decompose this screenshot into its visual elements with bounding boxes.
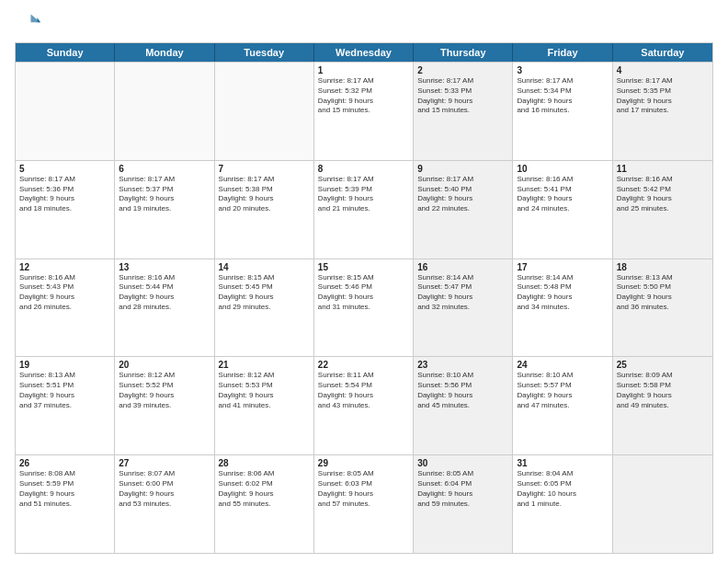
- calendar-row-4: 26Sunrise: 8:08 AM Sunset: 5:59 PM Dayli…: [16, 454, 712, 553]
- day-info: Sunrise: 8:14 AM Sunset: 5:48 PM Dayligh…: [517, 273, 608, 313]
- day-number: 10: [517, 164, 608, 174]
- day-number: 14: [219, 262, 310, 272]
- day-info: Sunrise: 8:14 AM Sunset: 5:47 PM Dayligh…: [417, 273, 508, 313]
- empty-cell-0-2: [215, 63, 314, 160]
- day-info: Sunrise: 8:17 AM Sunset: 5:36 PM Dayligh…: [19, 175, 110, 214]
- weekday-header-friday: Friday: [513, 43, 612, 62]
- day-cell-12: 12Sunrise: 8:16 AM Sunset: 5:43 PM Dayli…: [16, 259, 115, 357]
- calendar-header: SundayMondayTuesdayWednesdayThursdayFrid…: [16, 43, 712, 62]
- day-info: Sunrise: 8:15 AM Sunset: 5:45 PM Dayligh…: [219, 273, 310, 313]
- day-cell-28: 28Sunrise: 8:06 AM Sunset: 6:02 PM Dayli…: [215, 455, 314, 553]
- day-number: 29: [318, 458, 409, 468]
- day-number: 9: [417, 164, 508, 174]
- day-info: Sunrise: 8:17 AM Sunset: 5:39 PM Dayligh…: [318, 175, 409, 214]
- day-info: Sunrise: 8:09 AM Sunset: 5:58 PM Dayligh…: [617, 371, 709, 410]
- day-number: 13: [119, 262, 210, 272]
- calendar-row-3: 19Sunrise: 8:13 AM Sunset: 5:51 PM Dayli…: [16, 356, 712, 454]
- day-cell-14: 14Sunrise: 8:15 AM Sunset: 5:45 PM Dayli…: [215, 259, 314, 357]
- day-cell-4: 4Sunrise: 8:17 AM Sunset: 5:35 PM Daylig…: [613, 63, 712, 160]
- weekday-header-tuesday: Tuesday: [215, 43, 314, 62]
- calendar: SundayMondayTuesdayWednesdayThursdayFrid…: [15, 42, 713, 554]
- day-cell-30: 30Sunrise: 8:05 AM Sunset: 6:04 PM Dayli…: [414, 455, 513, 553]
- calendar-row-1: 5Sunrise: 8:17 AM Sunset: 5:36 PM Daylig…: [16, 160, 712, 259]
- day-cell-19: 19Sunrise: 8:13 AM Sunset: 5:51 PM Dayli…: [16, 357, 115, 454]
- empty-cell-0-1: [115, 63, 214, 160]
- day-cell-8: 8Sunrise: 8:17 AM Sunset: 5:39 PM Daylig…: [314, 161, 414, 259]
- day-info: Sunrise: 8:17 AM Sunset: 5:33 PM Dayligh…: [417, 76, 508, 116]
- day-number: 8: [318, 164, 409, 174]
- calendar-row-2: 12Sunrise: 8:16 AM Sunset: 5:43 PM Dayli…: [16, 259, 712, 357]
- day-number: 7: [219, 164, 310, 174]
- day-number: 4: [617, 65, 709, 75]
- day-number: 1: [318, 65, 409, 75]
- day-cell-26: 26Sunrise: 8:08 AM Sunset: 5:59 PM Dayli…: [16, 455, 115, 553]
- weekday-header-monday: Monday: [115, 43, 214, 62]
- day-info: Sunrise: 8:16 AM Sunset: 5:44 PM Dayligh…: [119, 273, 210, 313]
- day-info: Sunrise: 8:07 AM Sunset: 6:00 PM Dayligh…: [119, 469, 210, 509]
- day-cell-13: 13Sunrise: 8:16 AM Sunset: 5:44 PM Dayli…: [115, 259, 214, 357]
- page: SundayMondayTuesdayWednesdayThursdayFrid…: [0, 0, 728, 563]
- day-info: Sunrise: 8:05 AM Sunset: 6:04 PM Dayligh…: [417, 469, 508, 509]
- day-info: Sunrise: 8:12 AM Sunset: 5:53 PM Dayligh…: [219, 371, 310, 410]
- day-number: 24: [517, 360, 608, 370]
- day-number: 25: [617, 360, 709, 370]
- calendar-body: 1Sunrise: 8:17 AM Sunset: 5:32 PM Daylig…: [16, 62, 712, 553]
- calendar-row-0: 1Sunrise: 8:17 AM Sunset: 5:32 PM Daylig…: [16, 62, 712, 160]
- day-number: 5: [19, 164, 110, 174]
- day-cell-27: 27Sunrise: 8:07 AM Sunset: 6:00 PM Dayli…: [115, 455, 214, 553]
- day-info: Sunrise: 8:17 AM Sunset: 5:37 PM Dayligh…: [119, 175, 210, 214]
- day-number: 11: [617, 164, 709, 174]
- day-number: 22: [318, 360, 409, 370]
- day-info: Sunrise: 8:17 AM Sunset: 5:32 PM Dayligh…: [318, 76, 409, 116]
- day-cell-11: 11Sunrise: 8:16 AM Sunset: 5:42 PM Dayli…: [613, 161, 712, 259]
- day-info: Sunrise: 8:17 AM Sunset: 5:40 PM Dayligh…: [417, 175, 508, 214]
- day-cell-23: 23Sunrise: 8:10 AM Sunset: 5:56 PM Dayli…: [414, 357, 513, 454]
- day-info: Sunrise: 8:08 AM Sunset: 5:59 PM Dayligh…: [19, 469, 110, 509]
- day-number: 26: [19, 458, 110, 468]
- day-cell-5: 5Sunrise: 8:17 AM Sunset: 5:36 PM Daylig…: [16, 161, 115, 259]
- day-number: 23: [417, 360, 508, 370]
- day-info: Sunrise: 8:16 AM Sunset: 5:43 PM Dayligh…: [19, 273, 110, 313]
- day-info: Sunrise: 8:12 AM Sunset: 5:52 PM Dayligh…: [119, 371, 210, 410]
- logo: [15, 11, 44, 37]
- day-info: Sunrise: 8:16 AM Sunset: 5:41 PM Dayligh…: [517, 175, 608, 214]
- day-cell-18: 18Sunrise: 8:13 AM Sunset: 5:50 PM Dayli…: [613, 259, 712, 357]
- day-cell-16: 16Sunrise: 8:14 AM Sunset: 5:47 PM Dayli…: [414, 259, 513, 357]
- day-cell-24: 24Sunrise: 8:10 AM Sunset: 5:57 PM Dayli…: [513, 357, 612, 454]
- weekday-header-thursday: Thursday: [414, 43, 513, 62]
- day-number: 20: [119, 360, 210, 370]
- day-number: 21: [219, 360, 310, 370]
- day-info: Sunrise: 8:04 AM Sunset: 6:05 PM Dayligh…: [517, 469, 608, 509]
- day-number: 3: [517, 65, 608, 75]
- day-number: 30: [417, 458, 508, 468]
- day-number: 18: [617, 262, 709, 272]
- day-info: Sunrise: 8:17 AM Sunset: 5:38 PM Dayligh…: [219, 175, 310, 214]
- day-cell-22: 22Sunrise: 8:11 AM Sunset: 5:54 PM Dayli…: [314, 357, 414, 454]
- day-cell-25: 25Sunrise: 8:09 AM Sunset: 5:58 PM Dayli…: [613, 357, 712, 454]
- weekday-header-wednesday: Wednesday: [314, 43, 414, 62]
- day-info: Sunrise: 8:06 AM Sunset: 6:02 PM Dayligh…: [219, 469, 310, 509]
- weekday-header-sunday: Sunday: [16, 43, 115, 62]
- day-cell-10: 10Sunrise: 8:16 AM Sunset: 5:41 PM Dayli…: [513, 161, 612, 259]
- day-number: 31: [517, 458, 608, 468]
- logo-icon: [15, 11, 40, 37]
- day-number: 19: [19, 360, 110, 370]
- day-cell-21: 21Sunrise: 8:12 AM Sunset: 5:53 PM Dayli…: [215, 357, 314, 454]
- day-cell-6: 6Sunrise: 8:17 AM Sunset: 5:37 PM Daylig…: [115, 161, 214, 259]
- day-cell-3: 3Sunrise: 8:17 AM Sunset: 5:34 PM Daylig…: [513, 63, 612, 160]
- day-cell-31: 31Sunrise: 8:04 AM Sunset: 6:05 PM Dayli…: [513, 455, 612, 553]
- day-number: 17: [517, 262, 608, 272]
- day-cell-20: 20Sunrise: 8:12 AM Sunset: 5:52 PM Dayli…: [115, 357, 214, 454]
- day-info: Sunrise: 8:17 AM Sunset: 5:35 PM Dayligh…: [617, 76, 709, 116]
- day-cell-2: 2Sunrise: 8:17 AM Sunset: 5:33 PM Daylig…: [414, 63, 513, 160]
- day-number: 16: [417, 262, 508, 272]
- day-cell-29: 29Sunrise: 8:05 AM Sunset: 6:03 PM Dayli…: [314, 455, 414, 553]
- day-info: Sunrise: 8:11 AM Sunset: 5:54 PM Dayligh…: [318, 371, 409, 410]
- day-cell-1: 1Sunrise: 8:17 AM Sunset: 5:32 PM Daylig…: [314, 63, 414, 160]
- day-cell-17: 17Sunrise: 8:14 AM Sunset: 5:48 PM Dayli…: [513, 259, 612, 357]
- day-number: 2: [417, 65, 508, 75]
- empty-cell-0-0: [16, 63, 115, 160]
- day-number: 12: [19, 262, 110, 272]
- day-info: Sunrise: 8:13 AM Sunset: 5:51 PM Dayligh…: [19, 371, 110, 410]
- day-cell-7: 7Sunrise: 8:17 AM Sunset: 5:38 PM Daylig…: [215, 161, 314, 259]
